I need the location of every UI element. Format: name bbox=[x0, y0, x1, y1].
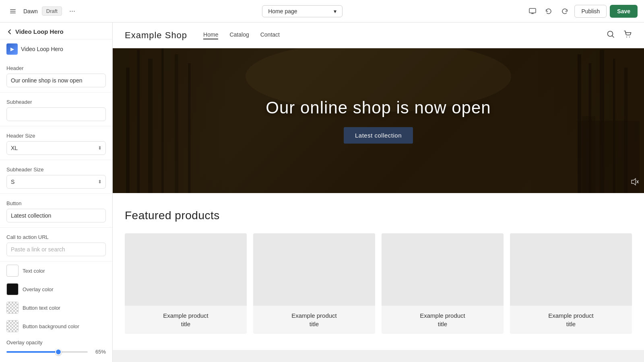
panel-title: Video Loop Hero bbox=[15, 28, 64, 35]
product-title: Example producttitle bbox=[130, 311, 242, 328]
product-title: Example producttitle bbox=[258, 311, 370, 328]
search-icon[interactable] bbox=[606, 30, 615, 41]
hero-section: Our online shop is now open Latest colle… bbox=[113, 48, 644, 193]
svg-rect-5 bbox=[532, 13, 533, 14]
header-size-label: Header Size bbox=[6, 133, 106, 139]
store-logo: Example Shop bbox=[125, 30, 187, 41]
product-image bbox=[125, 233, 247, 306]
publish-button[interactable]: Publish bbox=[574, 5, 607, 18]
text-color-label: Text color bbox=[23, 268, 45, 274]
section-item[interactable]: ▶ Video Loop Hero bbox=[0, 39, 112, 59]
header-size-wrapper: XSSMLXLXXL ⬍ bbox=[6, 141, 106, 155]
hero-content: Our online shop is now open Latest colle… bbox=[266, 98, 491, 144]
hero-title: Our online shop is now open bbox=[266, 98, 491, 117]
product-image bbox=[382, 233, 504, 306]
subheader-label: Subheader bbox=[6, 99, 106, 105]
svg-rect-2 bbox=[10, 12, 16, 13]
opacity-slider[interactable] bbox=[6, 351, 88, 353]
section-icon-symbol: ▶ bbox=[10, 47, 14, 52]
subheader-size-section: Subheader Size XSSMLXLXXL ⬍ bbox=[0, 160, 112, 194]
main-layout: Video Loop Hero ▶ Video Loop Hero Header… bbox=[0, 23, 644, 362]
back-icon[interactable] bbox=[6, 5, 19, 18]
svg-rect-0 bbox=[10, 9, 16, 10]
header-size-select[interactable]: XSSMLXLXXL bbox=[6, 141, 106, 155]
top-bar: Dawn Draft ··· Home page ▾ bbox=[0, 0, 644, 23]
header-label: Header bbox=[6, 65, 106, 71]
size-desktop-section: Size (Desktop) Small (4:1) Medium (3:1) … bbox=[0, 360, 112, 362]
undo-button[interactable] bbox=[542, 5, 555, 18]
section-item-text: Video Loop Hero bbox=[21, 46, 63, 52]
button-label: Button bbox=[6, 200, 106, 206]
nav-home[interactable]: Home bbox=[203, 31, 218, 39]
preview-wrapper: Example Shop Home Catalog Contact bbox=[113, 23, 644, 350]
product-title: Example producttitle bbox=[515, 311, 627, 328]
store-nav-links: Home Catalog Contact bbox=[203, 31, 280, 39]
header-input[interactable] bbox=[6, 74, 106, 87]
svg-marker-25 bbox=[632, 179, 636, 185]
redo-button[interactable] bbox=[558, 5, 571, 18]
panel-header: Video Loop Hero bbox=[0, 23, 112, 39]
btn-bg-color-swatch[interactable] bbox=[6, 320, 19, 332]
svg-point-9 bbox=[629, 37, 630, 37]
opacity-value: 65% bbox=[92, 349, 106, 355]
top-bar-left: Dawn Draft ··· bbox=[6, 5, 78, 18]
store-nav-right bbox=[606, 30, 632, 41]
product-image bbox=[510, 233, 632, 306]
product-info: Example producttitle bbox=[382, 306, 504, 334]
overlay-color-label: Overlay color bbox=[23, 286, 54, 292]
save-button[interactable]: Save bbox=[610, 5, 638, 18]
opacity-row: 65% bbox=[6, 349, 106, 355]
hero-cta-button[interactable]: Latest collection bbox=[344, 127, 413, 144]
text-color-swatch[interactable] bbox=[6, 265, 19, 277]
overlay-color-swatch[interactable] bbox=[6, 283, 19, 295]
cta-label: Call to action URL bbox=[6, 234, 106, 240]
page-selector[interactable]: Home page ▾ bbox=[262, 5, 343, 17]
more-button[interactable]: ··· bbox=[66, 5, 78, 17]
svg-rect-1 bbox=[10, 11, 16, 12]
product-card[interactable]: Example producttitle bbox=[253, 233, 375, 334]
left-panel: Video Loop Hero ▶ Video Loop Hero Header… bbox=[0, 23, 113, 362]
opacity-label: Overlay opacity bbox=[6, 339, 106, 346]
subheader-size-label: Subheader Size bbox=[6, 167, 106, 173]
desktop-icon[interactable] bbox=[526, 5, 539, 18]
draft-badge[interactable]: Draft bbox=[42, 6, 62, 16]
chevron-down-icon: ▾ bbox=[334, 8, 336, 14]
nav-catalog[interactable]: Catalog bbox=[229, 31, 249, 39]
product-info: Example producttitle bbox=[510, 306, 632, 334]
subheader-input[interactable] bbox=[6, 107, 106, 121]
hero-tree-right bbox=[523, 48, 644, 193]
product-title: Example producttitle bbox=[386, 311, 499, 328]
top-bar-center: Home page ▾ bbox=[83, 5, 521, 17]
cta-input[interactable] bbox=[6, 243, 106, 256]
btn-text-color-row: Button text color bbox=[0, 298, 112, 317]
svg-rect-3 bbox=[529, 8, 536, 13]
products-grid: Example producttitle Example producttitl… bbox=[125, 233, 632, 334]
product-image bbox=[253, 233, 375, 306]
hero-tree-left bbox=[113, 48, 233, 193]
button-section: Button bbox=[0, 194, 112, 228]
product-card[interactable]: Example producttitle bbox=[382, 233, 504, 334]
product-card[interactable]: Example producttitle bbox=[510, 233, 632, 334]
panel-back-link[interactable]: Video Loop Hero bbox=[6, 28, 64, 35]
svg-point-8 bbox=[626, 37, 627, 37]
cta-section: Call to action URL bbox=[0, 228, 112, 261]
subheader-size-select[interactable]: XSSMLXLXXL bbox=[6, 175, 106, 189]
subheader-size-wrapper: XSSMLXLXXL ⬍ bbox=[6, 175, 106, 189]
page-selector-label: Home page bbox=[268, 8, 297, 14]
featured-title: Featured products bbox=[125, 209, 632, 222]
btn-bg-color-row: Button background color bbox=[0, 317, 112, 335]
right-area: Example Shop Home Catalog Contact bbox=[113, 23, 644, 362]
mute-button[interactable] bbox=[630, 177, 639, 188]
store-nav: Example Shop Home Catalog Contact bbox=[113, 23, 644, 48]
overlay-color-row: Overlay color bbox=[0, 280, 112, 298]
top-bar-right: Publish Save bbox=[526, 5, 638, 18]
header-size-section: Header Size XSSMLXLXXL ⬍ bbox=[0, 126, 112, 160]
btn-text-color-label: Button text color bbox=[23, 305, 60, 311]
product-card[interactable]: Example producttitle bbox=[125, 233, 247, 334]
opacity-section: Overlay opacity 65% bbox=[0, 335, 112, 360]
cart-icon[interactable] bbox=[623, 30, 632, 41]
btn-text-color-swatch[interactable] bbox=[6, 302, 19, 314]
nav-contact[interactable]: Contact bbox=[260, 31, 280, 39]
text-color-row: Text color bbox=[0, 261, 112, 280]
button-input[interactable] bbox=[6, 209, 106, 222]
